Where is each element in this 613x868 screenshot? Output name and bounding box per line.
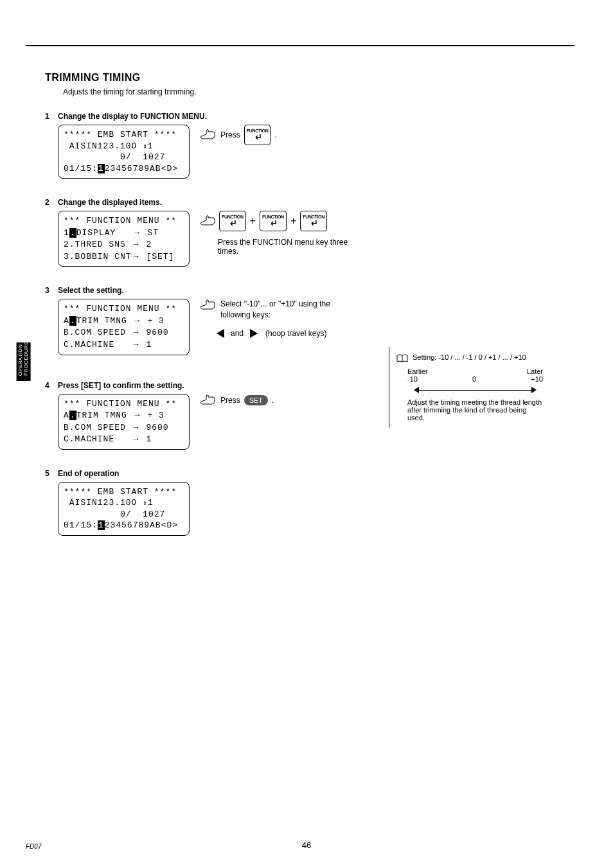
step-number: 2	[45, 198, 58, 267]
updown-icon: ⇕	[143, 499, 148, 507]
lcd-cursor: 1	[98, 520, 105, 530]
step-2: 2 Change the displayed items. *** FUNCTI…	[45, 198, 574, 267]
arrow-right-icon	[531, 387, 537, 393]
minus10-label: -10	[407, 375, 418, 383]
lcd-line: B.COM SPEED	[64, 423, 132, 432]
arrow-left-icon	[414, 387, 419, 393]
instruction: Press SET .	[199, 394, 274, 407]
lcd-line: A	[64, 316, 69, 326]
lcd-line: 0/ 1027	[64, 509, 165, 519]
side-tip: Setting: -10 / ... / -1 / 0 / +1 / ... /…	[389, 347, 543, 428]
lcd-line: AISIN123.10O	[64, 498, 143, 508]
hand-icon	[199, 394, 217, 407]
return-arrow-icon	[227, 219, 238, 227]
lcd-line: 0/ 1027	[64, 152, 165, 162]
arrow-right-icon: →	[132, 422, 141, 432]
step-5: 5 End of operation ***** EMB START **** …	[45, 469, 574, 536]
lcd-display: ***** EMB START **** AISIN123.10O ⇕1 0/ …	[58, 482, 190, 536]
lcd-line: 01/15:	[64, 164, 98, 173]
hoop-travel-text: (hoop travel keys)	[265, 328, 326, 339]
lcd-line: 1	[64, 228, 69, 238]
plus10-label: +10	[531, 375, 543, 383]
lcd-line: C.MACHINE	[64, 434, 132, 444]
and-text: and	[231, 328, 244, 339]
step-number: 5	[45, 469, 58, 536]
lcd-line: 1	[141, 340, 152, 350]
arrow-right-icon: →	[132, 434, 141, 443]
set-key[interactable]: SET	[244, 395, 268, 405]
key-label: FUNCTION	[262, 215, 284, 219]
earlier-label: Earlier	[407, 368, 428, 375]
intro-text: Adjusts the timing for starting trimming…	[63, 87, 574, 96]
function-key[interactable]: FUNCTION	[219, 211, 246, 231]
scale-line	[407, 385, 543, 394]
plus-icon: +	[250, 215, 256, 227]
lcd-display: *** FUNCTION MENU ** 1.DISPLAY → ST 2.TH…	[58, 211, 190, 267]
header-rule	[26, 45, 574, 46]
press-text-after: .	[272, 396, 274, 405]
lcd-line: 2	[141, 240, 152, 249]
later-label: Later	[527, 368, 543, 375]
instruction-text: Select "-10"... or "+10" using the follo…	[220, 299, 346, 321]
lcd-line: *** FUNCTION MENU **	[64, 216, 177, 226]
press-text: Press	[220, 130, 240, 139]
lcd-line: 23456789AB<D>	[105, 520, 178, 530]
lcd-line: + 3	[142, 411, 164, 420]
step-number: 4	[45, 381, 58, 450]
arrow-right-icon: →	[133, 315, 142, 325]
lcd-cursor: 1	[98, 164, 105, 173]
hand-icon	[199, 128, 217, 141]
lcd-line: ST	[142, 228, 159, 238]
lcd-display: *** FUNCTION MENU ** A.TRIM TMNG → + 3 B…	[58, 394, 190, 450]
page-number: 46	[0, 840, 613, 850]
lcd-cursor: .	[69, 228, 76, 238]
key-label: FUNCTION	[247, 128, 269, 133]
step-title: Change the display to FUNCTION MENU.	[58, 112, 574, 121]
lcd-line: [SET]	[141, 252, 175, 261]
tip-adjust-text: Adjust the timing meeting the thread len…	[407, 398, 543, 421]
arrow-right-icon: →	[132, 327, 141, 337]
instruction: Select "-10"... or "+10" using the follo…	[199, 299, 346, 339]
lcd-line: TRIM TMNG	[76, 316, 133, 326]
triangle-right-icon[interactable]	[250, 329, 258, 338]
press-text: Press	[220, 396, 240, 405]
instruction: Press FUNCTION .	[199, 125, 277, 145]
lcd-line: + 3	[142, 316, 164, 326]
plus-icon: +	[290, 215, 296, 227]
lcd-line: AISIN123.10O	[64, 141, 143, 151]
press-text-after: .	[274, 130, 276, 139]
function-key[interactable]: FUNCTION	[260, 211, 287, 231]
lcd-display: *** FUNCTION MENU ** A.TRIM TMNG → + 3 B…	[58, 299, 190, 355]
step-number: 3	[45, 286, 58, 355]
triangle-left-icon[interactable]	[217, 329, 224, 338]
lcd-line: B.COM SPEED	[64, 328, 132, 337]
arrow-right-icon: →	[132, 239, 141, 249]
step-number: 1	[45, 112, 58, 179]
return-arrow-icon	[268, 219, 278, 227]
lcd-line: A	[64, 411, 69, 420]
arrow-right-icon: →	[132, 339, 141, 349]
book-icon	[396, 353, 409, 364]
step-3: 3 Select the setting. *** FUNCTION MENU …	[45, 286, 574, 355]
function-key[interactable]: FUNCTION	[300, 211, 327, 231]
step-title: End of operation	[58, 469, 574, 478]
key-label: FUNCTION	[303, 215, 324, 219]
hand-icon	[199, 299, 217, 312]
lcd-line: *** FUNCTION MENU **	[64, 304, 177, 314]
lcd-line: 01/15:	[64, 520, 98, 530]
instruction-text: Press the FUNCTION menu key three times.	[218, 238, 353, 256]
lcd-line: 23456789AB<D>	[105, 164, 178, 173]
step-1: 1 Change the display to FUNCTION MENU. *…	[45, 112, 574, 179]
arrow-right-icon: →	[133, 410, 142, 420]
lcd-line: 9600	[141, 328, 169, 337]
page-title: TRIMMING TIMING	[45, 72, 574, 84]
lcd-line: 1	[148, 141, 154, 151]
tip-setting-text: Setting: -10 / ... / -1 / 0 / +1 / ... /…	[413, 353, 526, 364]
sidebar-tab-operation-procedure: OPERATION PROCEDURE	[17, 342, 31, 381]
step-title: Select the setting.	[58, 286, 574, 295]
function-key[interactable]: FUNCTION	[244, 125, 271, 145]
lcd-line: ***** EMB START ****	[64, 130, 177, 139]
lcd-line: C.MACHINE	[64, 340, 132, 350]
lcd-line: TRIM TMNG	[76, 411, 133, 420]
lcd-line: 3.BOBBIN CNT	[64, 252, 132, 261]
